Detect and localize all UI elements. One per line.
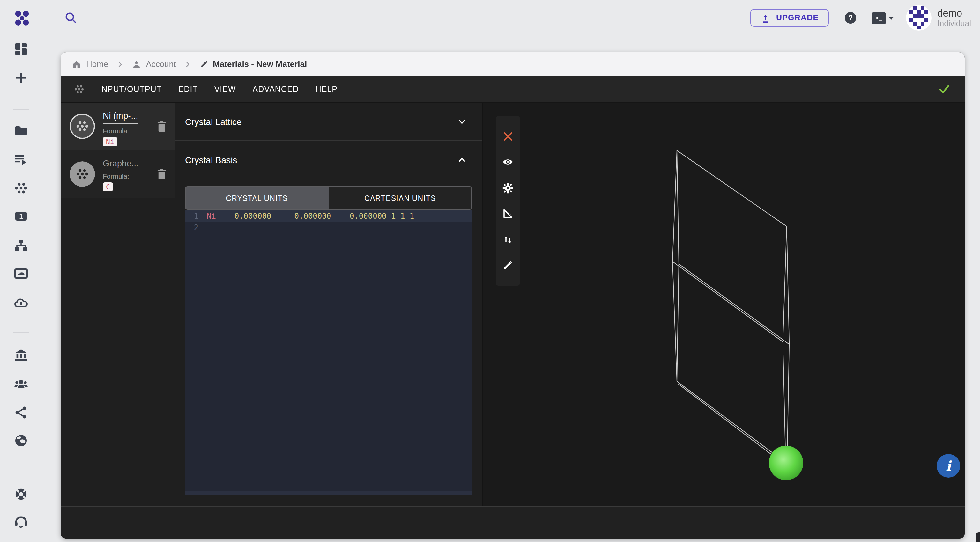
element-token: Ni <box>207 212 216 220</box>
swap-axes-icon[interactable] <box>502 234 514 246</box>
edit-icon[interactable] <box>502 260 514 271</box>
chevron-up-icon <box>457 155 467 165</box>
person-icon <box>131 59 141 69</box>
formula-chip: C <box>103 182 113 191</box>
formula-chip: Ni <box>103 137 117 146</box>
delete-material-icon[interactable] <box>157 168 167 181</box>
help-glyph: ? <box>848 14 853 22</box>
breadcrumb-label: Home <box>86 59 108 69</box>
material-avatar-icon <box>70 114 95 139</box>
material-item-ni[interactable]: Ni (mp-... Formula: Ni <box>60 103 175 151</box>
crystal-basis-section[interactable]: Crystal Basis <box>175 141 482 179</box>
top-bar-right: UPGRADE ? >_ <box>751 0 980 36</box>
window-footer <box>60 506 965 539</box>
breadcrumb-home[interactable]: Home <box>72 59 108 69</box>
upgrade-button[interactable]: UPGRADE <box>751 9 829 27</box>
sidebar-item-gallery[interactable] <box>13 266 29 281</box>
materials-list: Ni (mp-... Formula: Ni Graphe... Formula… <box>60 103 175 506</box>
breadcrumb-account[interactable]: Account <box>131 59 176 69</box>
chevron-down-icon <box>457 116 467 127</box>
section-title: Crystal Basis <box>185 155 237 165</box>
sidebar-divider <box>13 332 29 333</box>
crystal-scene <box>483 103 965 506</box>
sidebar-item-bank-card[interactable]: 1 <box>13 209 29 224</box>
menu-help[interactable]: HELP <box>315 84 337 94</box>
app-logo-icon[interactable] <box>14 10 30 26</box>
info-glyph: i <box>946 458 951 474</box>
material-item-graphene[interactable]: Graphe... Formula: C <box>60 151 175 198</box>
menu-input-output[interactable]: INPUT/OUTPUT <box>99 84 162 94</box>
upload-arrow-icon <box>761 13 770 23</box>
menu-view[interactable]: VIEW <box>215 84 236 94</box>
home-icon <box>72 59 82 69</box>
terminal-glyph: >_ <box>876 15 882 21</box>
chevron-right-icon <box>183 60 191 68</box>
viewer-3d[interactable]: i <box>483 103 965 506</box>
line-number: 2 <box>188 223 199 232</box>
settings-icon[interactable] <box>502 182 514 193</box>
units-tabs: CRYSTAL UNITS CARTESIAN UNITS <box>185 186 472 210</box>
sidebar-item-dashboard[interactable] <box>13 41 29 57</box>
editor-scrollbar[interactable] <box>185 491 472 496</box>
sidebar-item-workflows[interactable] <box>13 238 29 253</box>
menu-edit[interactable]: EDIT <box>178 84 198 94</box>
crystal-lattice-section[interactable]: Crystal Lattice <box>175 103 482 141</box>
coordinates-token: 0.000000 0.000000 0.000000 1 1 1 <box>216 212 414 220</box>
section-title: Crystal Lattice <box>185 116 242 127</box>
content-area: Ni (mp-... Formula: Ni Graphe... Formula… <box>60 103 965 506</box>
editor-line: 2 <box>185 222 472 233</box>
measure-icon[interactable] <box>502 208 514 220</box>
tab-crystal-units[interactable]: CRYSTAL UNITS <box>186 187 328 209</box>
terminal-icon: >_ <box>872 12 886 24</box>
card-number-glyph: 1 <box>19 212 23 220</box>
line-number: 1 <box>188 212 199 220</box>
menu-bar: INPUT/OUTPUT EDIT VIEW ADVANCED HELP <box>60 76 965 103</box>
user-plan: Individual <box>937 19 971 29</box>
breadcrumb-label: Materials - New Material <box>213 59 307 69</box>
material-name: Graphe... <box>103 159 139 168</box>
save-check-icon[interactable] <box>938 82 951 95</box>
console-dropdown[interactable]: >_ <box>872 12 894 24</box>
sidebar-item-jobs[interactable] <box>13 152 29 168</box>
search-icon[interactable] <box>64 11 77 24</box>
sidebar-divider <box>13 109 29 110</box>
sidebar-item-create[interactable] <box>13 70 29 86</box>
visibility-icon[interactable] <box>502 156 514 168</box>
breadcrumb-label: Account <box>146 59 176 69</box>
breadcrumb-current: Materials - New Material <box>199 59 307 69</box>
atom-sphere-ni[interactable] <box>769 446 803 480</box>
info-button[interactable]: i <box>937 454 960 478</box>
editor-line: 1 Ni 0.000000 0.000000 0.000000 1 1 1 <box>185 211 472 222</box>
sidebar-item-cloud-upload[interactable] <box>13 295 29 311</box>
sidebar-item-institution[interactable] <box>13 347 29 363</box>
sidebar-item-folder[interactable] <box>13 123 29 138</box>
pencil-icon <box>199 59 208 69</box>
help-icon[interactable]: ? <box>845 12 856 24</box>
sidebar-divider <box>13 472 29 472</box>
sidebar-item-share[interactable] <box>13 405 29 420</box>
tab-cartesian-units[interactable]: CARTESIAN UNITS <box>328 187 471 209</box>
background-widget-corner <box>975 532 980 542</box>
screen: UPGRADE ? >_ <box>0 0 980 542</box>
breadcrumb: Home Account Materials - New Material <box>60 52 965 76</box>
sidebar-item-contact-support[interactable] <box>13 515 29 530</box>
material-cluster-icon <box>73 83 85 95</box>
sidebar-item-team[interactable] <box>13 376 29 391</box>
unit-cell-wireframe <box>673 151 789 458</box>
material-avatar-icon <box>70 161 95 187</box>
basis-code-editor[interactable]: 1 Ni 0.000000 0.000000 0.000000 1 1 1 2 <box>185 211 472 496</box>
delete-material-icon[interactable] <box>157 120 167 133</box>
upgrade-label: UPGRADE <box>776 13 819 22</box>
user-name: demo <box>937 7 971 19</box>
chevron-right-icon <box>116 60 124 68</box>
sidebar-item-materials[interactable] <box>13 181 29 196</box>
close-icon[interactable] <box>502 130 514 142</box>
menu-advanced[interactable]: ADVANCED <box>253 84 299 94</box>
material-name-input[interactable]: Ni (mp-... <box>103 111 138 124</box>
designer-window: Home Account Materials - New Material <box>60 52 965 539</box>
sidebar-item-support-ring[interactable] <box>13 487 29 502</box>
user-info[interactable]: demo Individual <box>937 7 971 29</box>
sidebar-item-web[interactable] <box>13 433 29 448</box>
top-bar: UPGRADE ? >_ <box>0 0 980 36</box>
avatar[interactable] <box>906 5 932 31</box>
